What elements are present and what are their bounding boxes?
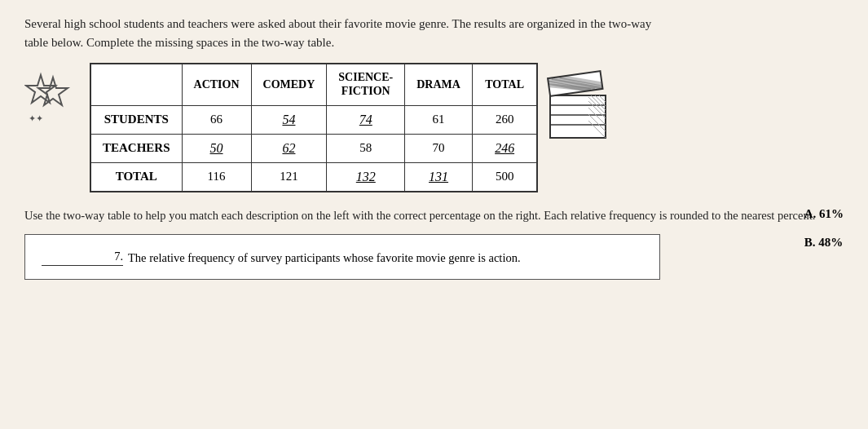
clapperboard-decoration xyxy=(546,67,611,144)
bottom-section: Use the two-way table to help you match … xyxy=(24,207,844,281)
empty-header xyxy=(90,64,182,105)
teachers-comedy-value: 62 xyxy=(282,141,295,155)
teachers-drama: 70 xyxy=(405,134,473,162)
question-7-text: The relative frequency of survey partici… xyxy=(128,250,643,268)
teachers-row: TEACHERS 50 62 58 70 246 xyxy=(90,134,537,162)
students-action: 66 xyxy=(182,105,251,134)
teachers-action-value: 50 xyxy=(210,141,223,155)
students-comedy-value: 54 xyxy=(282,113,295,126)
total-sf: 132 xyxy=(327,162,405,192)
students-sf-value: 74 xyxy=(359,113,372,126)
teachers-total: 246 xyxy=(472,134,537,162)
total-label: TOTAL xyxy=(90,162,182,192)
matching-section: 7. The relative frequency of survey part… xyxy=(24,234,660,280)
students-label: STUDENTS xyxy=(90,105,182,134)
total-total: 500 xyxy=(472,162,537,192)
svg-text:✦✦: ✦✦ xyxy=(29,113,43,123)
students-drama: 61 xyxy=(405,105,473,134)
content-wrapper: ✦✦ ACTION COMEDY SCIENCE-FICTION DRAMA T… xyxy=(24,63,844,280)
drama-header: DRAMA xyxy=(405,64,473,105)
answer-a: A. 61% xyxy=(804,207,844,221)
teachers-label: TEACHERS xyxy=(90,134,182,162)
table-header-row: ACTION COMEDY SCIENCE-FICTION DRAMA TOTA… xyxy=(90,64,537,105)
question-7-row: 7. The relative frequency of survey part… xyxy=(42,250,643,268)
action-header: ACTION xyxy=(182,64,251,105)
students-comedy: 54 xyxy=(251,105,327,134)
teachers-sf: 58 xyxy=(327,134,405,162)
teachers-total-value: 246 xyxy=(495,141,514,155)
total-drama-value: 131 xyxy=(429,170,448,184)
page-content: Several high school students and teacher… xyxy=(0,0,868,296)
teachers-comedy: 62 xyxy=(251,134,327,162)
total-drama: 131 xyxy=(405,162,473,192)
students-sf: 74 xyxy=(327,105,405,134)
science-fiction-header: SCIENCE-FICTION xyxy=(327,64,405,105)
data-table: ACTION COMEDY SCIENCE-FICTION DRAMA TOTA… xyxy=(90,63,538,192)
answer-options: A. 61% B. 48% xyxy=(804,207,844,250)
total-sf-value: 132 xyxy=(356,170,376,184)
total-action: 116 xyxy=(182,162,251,192)
total-row: TOTAL 116 121 132 131 500 xyxy=(90,162,537,192)
students-total: 260 xyxy=(472,105,537,134)
total-comedy: 121 xyxy=(251,162,327,192)
comedy-header: COMEDY xyxy=(251,64,327,105)
table-section: ✦✦ ACTION COMEDY SCIENCE-FICTION DRAMA T… xyxy=(24,63,844,192)
star-decoration: ✦✦ xyxy=(24,71,82,127)
total-header: TOTAL xyxy=(472,64,537,105)
answer-b: B. 48% xyxy=(804,236,844,250)
question-7-number: 7. xyxy=(42,250,123,266)
matching-instruction: Use the two-way table to help you match … xyxy=(24,207,844,225)
teachers-action: 50 xyxy=(182,134,251,162)
students-row: STUDENTS 66 54 74 61 260 xyxy=(90,105,537,134)
intro-text: Several high school students and teacher… xyxy=(24,15,660,51)
